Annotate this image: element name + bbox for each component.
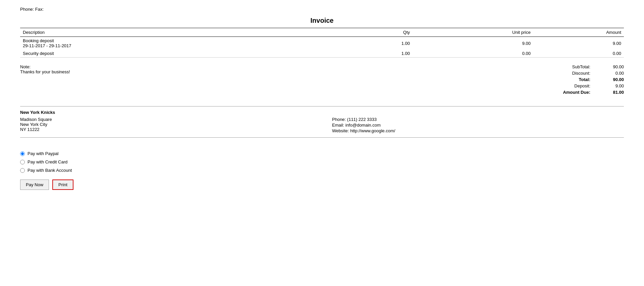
company-address-line1: Madison Square <box>20 117 312 122</box>
company-name: New York Knicks <box>20 110 624 115</box>
paypal-label[interactable]: Pay with Paypal <box>28 151 59 156</box>
table-row: Booking deposit29-11-2017 - 29-11-20171.… <box>20 37 624 50</box>
company-address-line3: NY 11222 <box>20 127 312 132</box>
company-contact: Phone: (111) 222 3333 Email: info@domain… <box>332 117 624 134</box>
company-address-line2: New York City <box>20 122 312 127</box>
company-section: New York Knicks Madison Square New York … <box>20 106 624 138</box>
row-0-unit-price: 9.00 <box>413 37 533 50</box>
row-0-description: Booking deposit29-11-2017 - 29-11-2017 <box>20 37 322 50</box>
company-details: Madison Square New York City NY 11222 Ph… <box>20 117 624 134</box>
bank-account-radio[interactable] <box>20 168 25 173</box>
total-row: Total: 90.00 <box>523 77 624 82</box>
bank-account-label[interactable]: Pay with Bank Account <box>28 168 72 173</box>
amount-due-label: Amount Due: <box>547 90 597 95</box>
total-value: 90.00 <box>597 77 624 82</box>
deposit-value: 9.00 <box>597 83 624 88</box>
row-0-qty: 1.00 <box>322 37 413 50</box>
company-phone-value: (111) 222 3333 <box>347 117 377 122</box>
deposit-label: Deposit: <box>547 83 597 88</box>
amount-due-row: Amount Due: 81.00 <box>523 90 624 95</box>
paypal-radio[interactable] <box>20 151 25 156</box>
company-phone: Phone: (111) 222 3333 <box>332 117 624 122</box>
company-website: Website: http://www.google.com/ <box>332 128 624 133</box>
company-email-label: Email: <box>332 123 344 128</box>
note-section: Note: Thanks for your business! <box>20 64 523 96</box>
company-website-label: Website: <box>332 128 349 133</box>
company-website-value: http://www.google.com/ <box>350 128 395 133</box>
discount-value: 0.00 <box>597 71 624 76</box>
buttons-row: Pay Now Print <box>20 180 624 190</box>
header-contact: Phone: Fax: <box>20 7 624 12</box>
company-phone-label: Phone: <box>332 117 346 122</box>
col-description: Description <box>20 28 322 37</box>
pay-now-button[interactable]: Pay Now <box>20 180 49 190</box>
phone-label: Phone: <box>20 7 35 12</box>
payment-option-paypal[interactable]: Pay with Paypal <box>20 151 624 156</box>
credit-card-radio[interactable] <box>20 160 25 164</box>
subtotal-value: 90.00 <box>597 64 624 69</box>
payment-options: Pay with Paypal Pay with Credit Card Pay… <box>20 151 624 173</box>
note-value: Thanks for your business! <box>20 69 523 74</box>
subtotal-label: SubTotal: <box>547 64 597 69</box>
row-1-unit-price: 0.00 <box>413 50 533 58</box>
credit-card-label[interactable]: Pay with Credit Card <box>28 159 67 164</box>
row-1-amount: 0.00 <box>533 50 624 58</box>
fax-label: Fax: <box>35 7 44 12</box>
payment-option-bank-account[interactable]: Pay with Bank Account <box>20 168 624 173</box>
row-0-amount: 9.00 <box>533 37 624 50</box>
discount-row: Discount: 0.00 <box>523 71 624 76</box>
print-button[interactable]: Print <box>52 180 73 190</box>
invoice-table: Description Qty Unit price Amount Bookin… <box>20 28 624 58</box>
deposit-row: Deposit: 9.00 <box>523 83 624 88</box>
col-amount: Amount <box>533 28 624 37</box>
total-label: Total: <box>547 77 597 82</box>
col-unit-price: Unit price <box>413 28 533 37</box>
totals-section: SubTotal: 90.00 Discount: 0.00 Total: 90… <box>523 64 624 96</box>
row-1-description: Security deposit <box>20 50 322 58</box>
subtotal-row: SubTotal: 90.00 <box>523 64 624 69</box>
payment-option-credit-card[interactable]: Pay with Credit Card <box>20 159 624 164</box>
note-label: Note: <box>20 64 523 69</box>
amount-due-value: 81.00 <box>597 90 624 95</box>
discount-label: Discount: <box>547 71 597 76</box>
company-email: Email: info@domain.com <box>332 123 624 128</box>
col-qty: Qty <box>322 28 413 37</box>
invoice-bottom: Note: Thanks for your business! SubTotal… <box>20 64 624 96</box>
company-email-value: info@domain.com <box>345 123 381 128</box>
company-address: Madison Square New York City NY 11222 <box>20 117 312 134</box>
invoice-title: Invoice <box>20 17 624 24</box>
row-1-qty: 1.00 <box>322 50 413 58</box>
table-row: Security deposit1.000.000.00 <box>20 50 624 58</box>
